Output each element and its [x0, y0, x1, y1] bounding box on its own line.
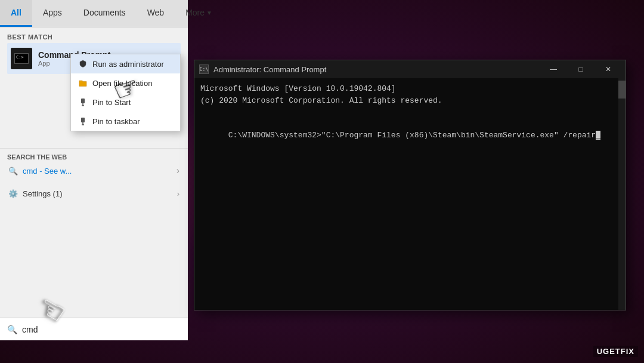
cmd-prompt: C:\WINDOWS\system32> — [228, 131, 321, 140]
search-web-label: Search the web — [7, 153, 181, 161]
settings-item-left: ⚙️ Settings (1) — [8, 189, 62, 198]
run-as-admin-label: Run as administrator — [92, 60, 164, 69]
chevron-right-icon: › — [177, 165, 179, 176]
close-button[interactable]: ✕ — [596, 63, 621, 76]
cmd-titlebar-controls: — □ ✕ — [541, 63, 621, 76]
settings-label: Settings (1) — [23, 189, 62, 198]
pin-to-taskbar-label: Pin to taskbar — [92, 117, 140, 126]
nav-tab-more[interactable]: More ▼ — [175, 0, 223, 27]
watermark: UGETFIX — [593, 346, 638, 357]
nav-tab-all[interactable]: All — [0, 0, 32, 27]
cmd-scrollbar[interactable] — [618, 78, 626, 310]
pin-to-start-label: Pin to Start — [92, 98, 131, 107]
maximize-button[interactable]: □ — [568, 63, 593, 76]
search-web-item[interactable]: 🔍 cmd - See w... › — [7, 163, 181, 179]
cmd-prompt-line: C:\WINDOWS\system32>"C:\Program Files (x… — [200, 118, 620, 153]
svg-rect-0 — [81, 99, 85, 103]
cmd-line-3 — [200, 106, 620, 118]
pin-taskbar-icon — [78, 116, 88, 126]
cmd-title-text: Administrator: Command Prompt — [213, 65, 326, 74]
settings-item[interactable]: ⚙️ Settings (1) › — [7, 186, 181, 202]
context-menu: Run as administrator Open file location … — [70, 54, 181, 131]
cmd-body: Microsoft Windows [Version 10.0.19042.80… — [194, 78, 626, 310]
cmd-line-1: Microsoft Windows [Version 10.0.19042.80… — [200, 83, 620, 95]
cmd-scrollbar-thumb[interactable] — [618, 81, 626, 99]
search-web-text: cmd - See w... — [23, 167, 72, 176]
cmd-title-icon: C:\ — [199, 64, 209, 74]
cmd-command: "C:\Program Files (x86)\Steam\bin\SteamS… — [321, 131, 596, 140]
context-run-as-admin[interactable]: Run as administrator — [71, 54, 180, 73]
search-web-section: Search the web 🔍 cmd - See w... › — [0, 148, 188, 183]
settings-chevron-icon: › — [177, 189, 179, 198]
settings-icon: ⚙️ — [8, 189, 18, 198]
folder-icon — [78, 78, 88, 88]
search-icon: 🔍 — [7, 325, 17, 334]
svg-rect-1 — [81, 118, 85, 122]
start-nav: All Apps Documents Web More ▼ — [0, 0, 188, 27]
chevron-down-icon: ▼ — [206, 10, 212, 16]
search-input-value: cmd — [22, 325, 38, 334]
minimize-button[interactable]: — — [541, 63, 566, 76]
cmd-titlebar-left: C:\ Administrator: Command Prompt — [199, 64, 326, 74]
cmd-line-2: (c) 2020 Microsoft Corporation. All righ… — [200, 95, 620, 107]
nav-tab-web[interactable]: Web — [137, 0, 175, 27]
cmd-titlebar: C:\ Administrator: Command Prompt — □ ✕ — [194, 60, 626, 78]
cmd-app-icon — [11, 48, 32, 69]
settings-section: ⚙️ Settings (1) › — [0, 183, 188, 204]
start-menu: All Apps Documents Web More ▼ Best match… — [0, 0, 188, 340]
open-file-location-label: Open file location — [92, 79, 152, 88]
nav-tab-apps[interactable]: Apps — [32, 0, 73, 27]
pin-start-icon — [78, 97, 88, 107]
best-match-label: Best match — [7, 33, 181, 41]
shield-icon — [78, 59, 88, 69]
nav-tab-documents[interactable]: Documents — [73, 0, 137, 27]
cmd-cursor: _ — [596, 131, 600, 140]
context-pin-taskbar[interactable]: Pin to taskbar — [71, 112, 180, 131]
context-pin-start[interactable]: Pin to Start — [71, 93, 180, 112]
search-bar[interactable]: 🔍 cmd — [0, 318, 188, 340]
context-open-file-location[interactable]: Open file location — [71, 73, 180, 93]
search-web-icon: 🔍 — [8, 167, 18, 176]
cmd-window: C:\ Administrator: Command Prompt — □ ✕ … — [194, 60, 626, 310]
